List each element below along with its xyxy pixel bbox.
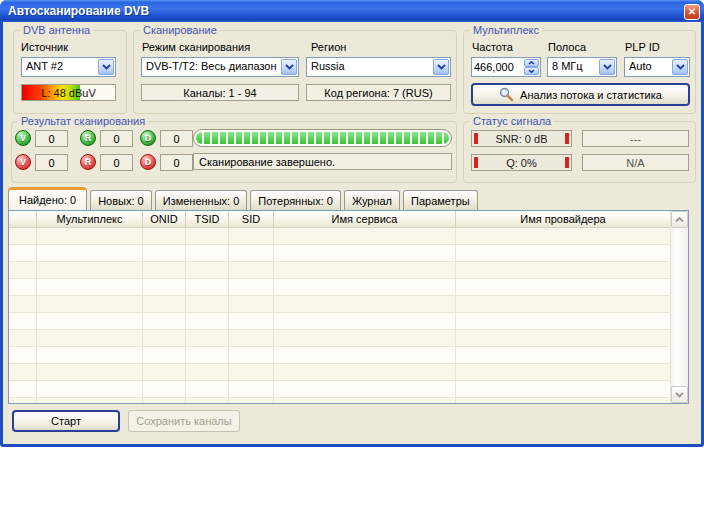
tab-journal[interactable]: Журнал	[344, 190, 400, 210]
signal-level-text: L: 48 dBuV	[22, 85, 115, 100]
table-cell	[9, 228, 37, 244]
table-cell	[456, 245, 671, 261]
table-cell	[456, 313, 671, 329]
table-cell	[186, 279, 229, 295]
led-letter: R	[85, 157, 92, 167]
table-cell	[143, 228, 186, 244]
scan-progress-fill	[196, 132, 449, 144]
chevron-down-icon[interactable]	[98, 59, 114, 75]
led-letter: D	[145, 157, 152, 167]
table-cell	[9, 296, 37, 312]
table-cell	[274, 381, 456, 397]
table-header-row: Мультиплекс ONID TSID SID Имя сервиса Им…	[9, 211, 671, 228]
group-title-scan-result: Результат сканирования	[18, 115, 148, 128]
scroll-down-icon[interactable]	[671, 386, 688, 403]
table-row[interactable]	[9, 262, 671, 279]
tab-parameters[interactable]: Параметры	[403, 190, 478, 210]
count-data-lost: 0	[160, 154, 193, 171]
scan-progress-bar	[193, 129, 452, 147]
column-header-icon[interactable]	[9, 211, 37, 227]
count-video-lost: 0	[35, 154, 68, 171]
vertical-scrollbar[interactable]	[670, 211, 688, 403]
table-cell	[229, 364, 274, 380]
table-cell	[229, 245, 274, 261]
table-cell	[37, 347, 143, 363]
table-row[interactable]	[9, 330, 671, 347]
group-signal-status: Статус сигнала SNR: 0 dB --- Q: 0% N/A	[463, 121, 696, 183]
table-cell	[456, 398, 671, 404]
tab-new[interactable]: Новых: 0	[90, 190, 152, 210]
chevron-down-icon[interactable]	[672, 59, 688, 75]
table-cell	[274, 296, 456, 312]
column-header-provider-name[interactable]: Имя провайдера	[456, 211, 671, 227]
titlebar[interactable]: Автосканирование DVB ✕	[0, 0, 704, 22]
chevron-down-icon[interactable]	[599, 59, 615, 75]
spin-up-icon[interactable]	[524, 59, 539, 67]
table-row[interactable]	[9, 228, 671, 245]
start-button[interactable]: Старт	[12, 410, 120, 432]
tab-changed[interactable]: Измененных: 0	[155, 190, 248, 210]
table-cell	[37, 398, 143, 404]
column-header-multiplex[interactable]: Мультиплекс	[37, 211, 143, 227]
analyze-stream-button[interactable]: Анализ потока и статистика	[471, 83, 690, 106]
table-cell	[186, 313, 229, 329]
table-cell	[143, 245, 186, 261]
bandwidth-combobox[interactable]: 8 МГц	[547, 57, 617, 77]
source-combobox[interactable]: ANT #2	[21, 57, 116, 77]
table-row[interactable]	[9, 313, 671, 330]
chevron-down-icon[interactable]	[281, 59, 297, 75]
table-cell	[143, 279, 186, 295]
column-header-tsid[interactable]: TSID	[186, 211, 229, 227]
table-row[interactable]	[9, 364, 671, 381]
column-header-onid[interactable]: ONID	[143, 211, 186, 227]
table-row[interactable]	[9, 398, 671, 404]
source-label: Источник	[21, 41, 68, 53]
group-dvb-antenna: DVB антенна Источник ANT #2 L: 48 dBuV	[13, 30, 127, 114]
table-cell	[456, 364, 671, 380]
led-data-lost: D	[140, 154, 156, 170]
column-header-sid[interactable]: SID	[229, 211, 274, 227]
count-radio-lost: 0	[100, 154, 133, 171]
close-button[interactable]: ✕	[684, 4, 700, 20]
spin-down-icon[interactable]	[524, 67, 539, 75]
table-cell	[186, 228, 229, 244]
scroll-up-icon[interactable]	[671, 211, 688, 228]
table-cell	[143, 398, 186, 404]
table-cell	[37, 279, 143, 295]
table-cell	[229, 296, 274, 312]
plp-id-combobox[interactable]: Auto	[624, 57, 690, 77]
table-row[interactable]	[9, 347, 671, 364]
table-cell	[9, 347, 37, 363]
table-row[interactable]	[9, 296, 671, 313]
tab-found[interactable]: Найдено: 0	[8, 187, 87, 210]
table-cell	[37, 262, 143, 278]
table-cell	[37, 245, 143, 261]
quality-meter: Q: 0%	[471, 154, 572, 171]
table-cell	[186, 347, 229, 363]
led-letter: V	[20, 133, 26, 143]
bandwidth-label: Полоса	[548, 41, 586, 53]
chevron-down-icon[interactable]	[433, 59, 449, 75]
frequency-spinbox[interactable]	[471, 57, 541, 77]
table-cell	[274, 262, 456, 278]
window-title: Автосканирование DVB	[8, 4, 149, 18]
tab-lost[interactable]: Потерянных: 0	[250, 190, 341, 210]
table-cell	[143, 381, 186, 397]
column-header-service-name[interactable]: Имя сервиса	[274, 211, 456, 227]
table-cell	[143, 313, 186, 329]
frequency-input[interactable]	[474, 59, 518, 74]
region-combobox[interactable]: Russia	[306, 57, 451, 77]
count-video-found: 0	[35, 130, 68, 147]
plp-id-combobox-value: Auto	[629, 60, 652, 72]
table-cell	[456, 262, 671, 278]
table-row[interactable]	[9, 279, 671, 296]
table-cell	[456, 228, 671, 244]
snr-value-box: ---	[582, 130, 689, 147]
table-row[interactable]	[9, 381, 671, 398]
scan-mode-combobox[interactable]: DVB-T/T2: Весь диапазон	[141, 57, 299, 77]
table-row[interactable]	[9, 245, 671, 262]
frequency-label: Частота	[472, 41, 513, 53]
table-cell	[274, 347, 456, 363]
scan-status-box: Сканирование завершено.	[193, 153, 452, 170]
region-code-info-box: Код региона: 7 (RUS)	[306, 84, 451, 101]
